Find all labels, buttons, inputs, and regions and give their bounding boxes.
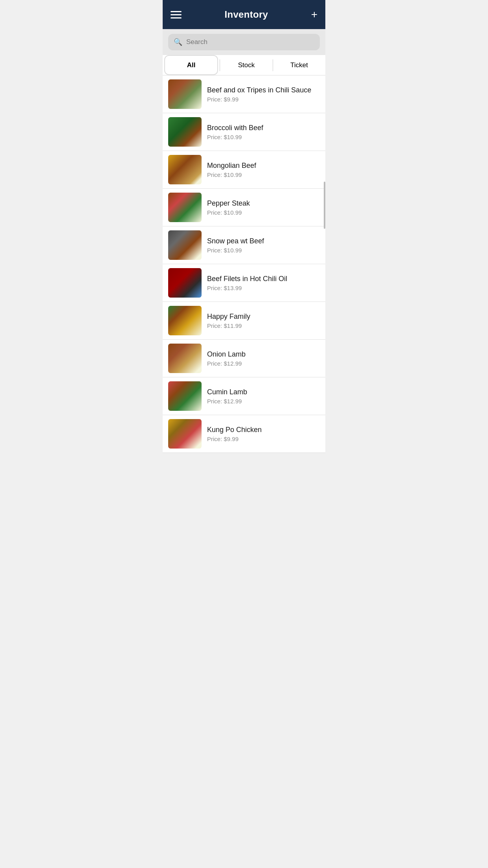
list-item[interactable]: Cumin LambPrice: $12.99 [163, 377, 325, 415]
item-image [168, 230, 202, 260]
item-image [168, 344, 202, 373]
item-name: Happy Family [207, 313, 320, 321]
tab-ticket[interactable]: Ticket [273, 55, 325, 75]
item-price: Price: $10.99 [207, 171, 320, 178]
item-price: Price: $12.99 [207, 360, 320, 367]
item-name: Pepper Steak [207, 199, 320, 208]
item-image [168, 381, 202, 411]
item-price: Price: $9.99 [207, 96, 320, 103]
item-name: Onion Lamb [207, 350, 320, 359]
item-info: Kung Po ChickenPrice: $9.99 [207, 426, 320, 442]
item-name: Snow pea wt Beef [207, 237, 320, 245]
item-info: Snow pea wt BeefPrice: $10.99 [207, 237, 320, 254]
list-item[interactable]: Mongolian BeefPrice: $10.99 [163, 151, 325, 189]
item-info: Beef Filets in Hot Chili OilPrice: $13.9… [207, 275, 320, 291]
item-name: Mongolian Beef [207, 162, 320, 170]
item-price: Price: $10.99 [207, 247, 320, 254]
item-price: Price: $10.99 [207, 134, 320, 140]
header: Inventory + [163, 0, 325, 29]
list-item[interactable]: Beef Filets in Hot Chili OilPrice: $13.9… [163, 264, 325, 302]
list-item[interactable]: Pepper SteakPrice: $10.99 [163, 189, 325, 226]
item-image [168, 193, 202, 222]
item-image [168, 79, 202, 109]
search-icon: 🔍 [174, 38, 182, 46]
item-name: Kung Po Chicken [207, 426, 320, 434]
item-name: Broccoli with Beef [207, 124, 320, 132]
item-list-wrapper: Beef and ox Tripes in Chili SaucePrice: … [163, 75, 325, 453]
list-item[interactable]: Snow pea wt BeefPrice: $10.99 [163, 226, 325, 264]
search-input[interactable] [186, 38, 314, 46]
item-price: Price: $9.99 [207, 436, 320, 442]
scrollbar[interactable] [324, 182, 325, 229]
item-info: Broccoli with BeefPrice: $10.99 [207, 124, 320, 140]
list-item[interactable]: Broccoli with BeefPrice: $10.99 [163, 113, 325, 151]
item-name: Beef and ox Tripes in Chili Sauce [207, 86, 320, 94]
item-price: Price: $12.99 [207, 398, 320, 405]
item-price: Price: $10.99 [207, 209, 320, 216]
list-item[interactable]: Beef and ox Tripes in Chili SaucePrice: … [163, 75, 325, 113]
filter-tabs: All Stock Ticket [163, 55, 325, 75]
page-title: Inventory [224, 9, 268, 20]
item-image [168, 268, 202, 298]
item-list: Beef and ox Tripes in Chili SaucePrice: … [163, 75, 325, 453]
item-info: Mongolian BeefPrice: $10.99 [207, 162, 320, 178]
item-image [168, 419, 202, 449]
item-image [168, 306, 202, 335]
item-name: Cumin Lamb [207, 388, 320, 396]
item-price: Price: $13.99 [207, 285, 320, 291]
item-info: Beef and ox Tripes in Chili SaucePrice: … [207, 86, 320, 103]
item-image [168, 155, 202, 184]
menu-icon[interactable] [171, 11, 182, 18]
add-button[interactable]: + [311, 9, 317, 20]
item-info: Cumin LambPrice: $12.99 [207, 388, 320, 405]
item-info: Pepper SteakPrice: $10.99 [207, 199, 320, 216]
item-info: Happy FamilyPrice: $11.99 [207, 313, 320, 329]
item-price: Price: $11.99 [207, 322, 320, 329]
list-item[interactable]: Kung Po ChickenPrice: $9.99 [163, 415, 325, 453]
list-item[interactable]: Happy FamilyPrice: $11.99 [163, 302, 325, 340]
tab-all[interactable]: All [164, 55, 218, 75]
search-container: 🔍 [163, 29, 325, 55]
item-info: Onion LambPrice: $12.99 [207, 350, 320, 367]
list-item[interactable]: Onion LambPrice: $12.99 [163, 340, 325, 377]
item-image [168, 117, 202, 147]
search-bar: 🔍 [168, 34, 320, 50]
item-name: Beef Filets in Hot Chili Oil [207, 275, 320, 283]
tab-stock[interactable]: Stock [220, 55, 272, 75]
